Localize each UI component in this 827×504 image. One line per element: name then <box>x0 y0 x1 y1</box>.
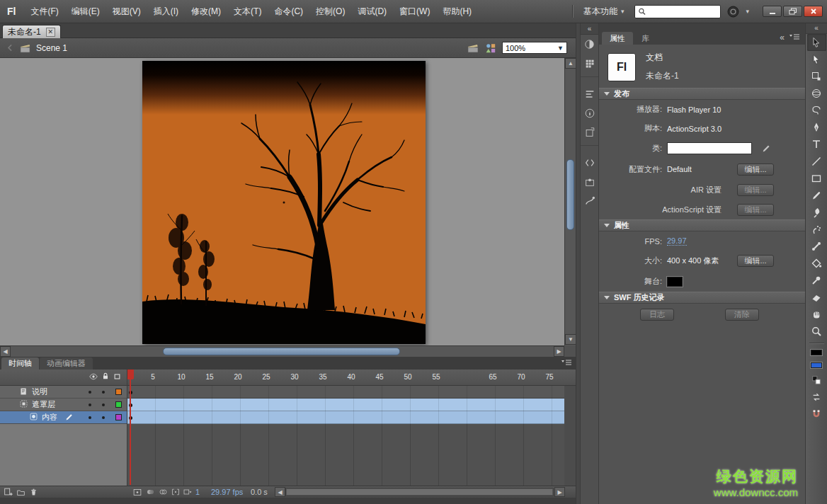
scroll-left-icon[interactable]: ◀ <box>0 346 11 357</box>
layer-row-note[interactable]: 说明 <box>0 386 127 399</box>
expand-tools-icon[interactable]: « <box>806 23 827 34</box>
menu-help[interactable]: 帮助(H) <box>436 0 478 23</box>
cs-live-icon[interactable] <box>727 6 739 18</box>
text-tool[interactable] <box>807 136 826 153</box>
menu-modify[interactable]: 修改(M) <box>185 0 227 23</box>
fps-value[interactable]: 29.97 <box>667 236 687 246</box>
outline-color-swatch[interactable] <box>115 414 122 420</box>
timeline-scroll-right-icon[interactable]: ▶ <box>554 487 565 497</box>
menu-insert[interactable]: 插入(I) <box>147 0 185 23</box>
menu-edit[interactable]: 编辑(E) <box>65 0 106 23</box>
menu-control[interactable]: 控制(O) <box>309 0 351 23</box>
hand-tool[interactable] <box>807 306 826 323</box>
lasso-tool[interactable] <box>807 102 826 119</box>
eyedropper-tool[interactable] <box>807 272 826 289</box>
tab-library[interactable]: 库 <box>634 32 657 45</box>
menu-text[interactable]: 文本(T) <box>227 0 268 23</box>
stage-horizontal-scrollbar[interactable]: ◀ ▶ <box>0 345 564 357</box>
layer-row-mask[interactable]: 遮罩层 <box>0 399 127 411</box>
swap-colors-icon[interactable] <box>807 389 826 406</box>
rectangle-tool[interactable] <box>807 170 826 187</box>
pencil-icon[interactable] <box>762 144 771 153</box>
visibility-dot[interactable] <box>89 416 91 419</box>
frame-ruler[interactable]: 5 10 15 20 25 30 35 40 45 50 55 65 70 75 <box>127 370 576 386</box>
outline-color-swatch[interactable] <box>115 389 122 395</box>
search-box[interactable] <box>634 5 721 18</box>
visibility-dot[interactable] <box>89 403 91 406</box>
close-button[interactable] <box>804 6 823 17</box>
outline-box-icon[interactable] <box>113 372 122 383</box>
scroll-up-icon[interactable]: ▲ <box>565 58 576 69</box>
section-publish-header[interactable]: 发布 <box>599 88 805 100</box>
deco-tool[interactable] <box>807 221 826 238</box>
panel-menu-icon[interactable] <box>561 358 576 370</box>
default-colors-icon[interactable] <box>807 372 826 389</box>
code-snippets-panel-icon[interactable] <box>581 153 599 172</box>
subselection-tool[interactable] <box>807 51 826 68</box>
workspace-switcher[interactable]: 基本功能 ▾ <box>579 4 629 19</box>
stage-canvas[interactable] <box>142 61 426 344</box>
profile-edit-button[interactable]: 编辑... <box>737 164 774 176</box>
align-panel-icon[interactable] <box>581 84 599 103</box>
tab-motion-editor[interactable]: 动画编辑器 <box>40 357 93 370</box>
menu-commands[interactable]: 命令(C) <box>268 0 309 23</box>
timeline-horizontal-scrollbar[interactable] <box>285 488 554 496</box>
expand-panels-icon[interactable]: « <box>581 23 598 35</box>
selection-tool[interactable] <box>807 34 826 51</box>
actionscript-settings-edit-button[interactable]: 编辑... <box>737 204 774 216</box>
class-input[interactable] <box>667 142 752 154</box>
color-panel-icon[interactable] <box>581 35 599 54</box>
line-tool[interactable] <box>807 153 826 170</box>
menu-window[interactable]: 窗口(W) <box>393 0 436 23</box>
fill-color-control[interactable] <box>811 359 822 372</box>
outline-color-swatch[interactable] <box>115 401 122 408</box>
pen-tool[interactable] <box>807 119 826 136</box>
restore-button[interactable] <box>783 6 802 17</box>
menu-view[interactable]: 视图(V) <box>106 0 147 23</box>
transform-panel-icon[interactable] <box>581 122 599 142</box>
size-edit-button[interactable]: 编辑... <box>737 255 774 267</box>
new-layer-icon[interactable] <box>2 487 13 497</box>
lock-icon[interactable] <box>101 372 110 383</box>
vertical-scroll-thumb[interactable] <box>566 159 574 230</box>
chevron-down-icon[interactable]: ▾ <box>746 8 749 15</box>
onion-skin-icon[interactable] <box>144 487 156 497</box>
brush-tool[interactable] <box>807 204 826 221</box>
collapse-panels-icon[interactable]: « <box>780 33 785 42</box>
snap-magnet-icon[interactable] <box>807 406 826 423</box>
current-frame-value[interactable]: 1 <box>195 488 200 496</box>
edit-scene-button[interactable] <box>467 43 479 53</box>
modify-markers-icon[interactable] <box>181 487 193 497</box>
eye-icon[interactable] <box>89 372 98 383</box>
frame-row-mask[interactable] <box>127 399 564 411</box>
section-properties-header[interactable]: 属性 <box>599 219 805 231</box>
zoom-dropdown-arrow-icon[interactable]: ▼ <box>557 45 564 52</box>
frame-rate-value[interactable]: 29.97 fps <box>211 488 243 496</box>
tab-properties[interactable]: 属性 <box>602 32 633 45</box>
search-input[interactable] <box>649 7 717 16</box>
scroll-right-icon[interactable]: ▶ <box>554 346 564 357</box>
3d-rotation-tool[interactable] <box>807 85 826 102</box>
horizontal-scroll-thumb[interactable] <box>163 348 400 355</box>
visibility-dot[interactable] <box>89 391 91 394</box>
minimize-button[interactable] <box>763 6 782 17</box>
bone-tool[interactable] <box>807 238 826 255</box>
free-transform-tool[interactable] <box>807 68 826 85</box>
stage-pasteboard[interactable] <box>0 58 564 345</box>
components-panel-icon[interactable] <box>581 172 599 191</box>
clear-button[interactable]: 清除 <box>725 309 759 321</box>
menu-debug[interactable]: 调试(D) <box>351 0 393 23</box>
air-settings-edit-button[interactable]: 编辑... <box>737 184 774 196</box>
info-panel-icon[interactable] <box>581 103 599 122</box>
stage-color-swatch[interactable] <box>667 277 683 287</box>
section-swf-history-header[interactable]: SWF 历史记录 <box>599 292 805 304</box>
paint-bucket-tool[interactable] <box>807 255 826 272</box>
center-frame-icon[interactable] <box>132 487 143 497</box>
tab-timeline[interactable]: 时间轴 <box>1 357 39 370</box>
trash-icon[interactable] <box>28 487 39 497</box>
frame-row-content[interactable] <box>127 411 564 424</box>
layer-row-content[interactable]: 内容 <box>0 411 127 424</box>
onion-skin-outline-icon[interactable] <box>157 487 169 497</box>
zoom-tool[interactable] <box>807 323 826 340</box>
edit-multiple-frames-icon[interactable] <box>170 487 181 497</box>
